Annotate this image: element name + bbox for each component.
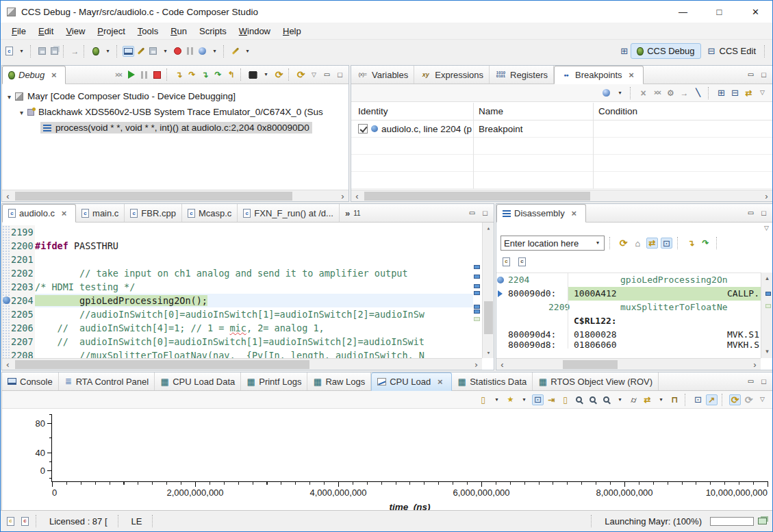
tab-audiolo-c[interactable]: audiolo.c xyxy=(2,204,76,223)
remove-all-breakpoints-icon[interactable] xyxy=(651,88,663,99)
tree-node-launch[interactable]: Mayr [Code Composer Studio - Device Debu… xyxy=(2,88,349,104)
tree-node-frame[interactable]: process(void * *, void * *, int)() at au… xyxy=(2,120,349,136)
scroll-right-icon[interactable] xyxy=(337,190,349,201)
minimize-button[interactable]: — xyxy=(668,1,698,22)
breakpoint-checkbox[interactable] xyxy=(358,124,368,134)
skip-all-icon[interactable] xyxy=(692,88,704,99)
annotation-marker[interactable] xyxy=(474,275,480,279)
run-sphere-icon[interactable] xyxy=(197,46,208,57)
disasm-row-source[interactable]: 2209 muxSplitterToFloatNe xyxy=(496,301,761,314)
load-program-icon[interactable] xyxy=(147,46,159,57)
background-jobs-icon[interactable] xyxy=(757,516,768,527)
disasm-row[interactable]: 800090d8: 01806060MVKH.S xyxy=(496,342,761,349)
step-into-icon[interactable] xyxy=(685,238,697,249)
horizontal-axis-icon[interactable] xyxy=(559,394,571,405)
zoom-in-icon[interactable] xyxy=(573,394,585,405)
find-icon[interactable] xyxy=(628,394,639,405)
expand-all-icon[interactable] xyxy=(715,88,727,99)
core-select-dropdown-icon[interactable] xyxy=(260,69,272,80)
disassembly-vscrollbar[interactable] xyxy=(761,273,772,358)
wand-icon[interactable] xyxy=(135,46,147,57)
tab-raw-logs[interactable]: Raw Logs xyxy=(307,372,371,390)
refresh-disabled-icon[interactable] xyxy=(743,394,755,405)
menu-file[interactable]: File xyxy=(6,25,31,38)
collapse-all-icon[interactable] xyxy=(729,88,741,99)
auto-refresh-icon[interactable] xyxy=(729,394,741,405)
resume-icon[interactable] xyxy=(125,69,137,80)
load-program-dropdown-icon[interactable] xyxy=(160,46,171,57)
tab-rtos-object-view[interactable]: RTOS Object View (ROV) xyxy=(533,372,659,390)
close-icon[interactable] xyxy=(48,70,60,81)
sync-icon[interactable] xyxy=(642,394,653,405)
tab-mcasp-c[interactable]: Mcasp.c xyxy=(182,204,238,222)
new-analysis-dropdown-icon[interactable] xyxy=(518,394,530,405)
menu-tools[interactable]: Tools xyxy=(132,25,164,38)
col-name[interactable]: Name xyxy=(473,106,593,116)
scroll-left-icon[interactable] xyxy=(2,190,14,201)
menu-project[interactable]: Project xyxy=(92,25,130,38)
goto-file-icon[interactable] xyxy=(679,88,690,99)
fast-view-icon[interactable] xyxy=(5,516,16,527)
col-condition[interactable]: Condition xyxy=(593,106,772,116)
tab-registers[interactable]: Registers xyxy=(490,66,554,84)
refresh-view-icon[interactable] xyxy=(618,238,629,249)
disasm-row-pc[interactable]: 800090d0: 1000A412CALLP. xyxy=(496,287,761,301)
link-with-source-icon[interactable] xyxy=(646,238,658,249)
minimize-view-icon[interactable] xyxy=(466,207,478,218)
menu-run[interactable]: Run xyxy=(165,25,192,38)
tab-expressions[interactable]: Expressions xyxy=(414,66,490,84)
tab-cpu-load[interactable]: CPU Load xyxy=(371,372,452,391)
debug-launch-icon[interactable] xyxy=(90,46,101,57)
minimize-view-icon[interactable] xyxy=(321,69,333,80)
tree-node-core[interactable]: Blackhawk XDS560v2-USB System Trace Emul… xyxy=(2,104,349,120)
highlight-tool-icon[interactable] xyxy=(229,46,241,57)
perspective-ccs-debug[interactable]: CCS Debug xyxy=(631,43,700,59)
col-identity[interactable]: Identity xyxy=(351,106,473,116)
tab-cpu-load-data[interactable]: CPU Load Data xyxy=(155,372,241,390)
view-menu-icon[interactable] xyxy=(761,223,772,233)
disasm-row-source[interactable]: 2204 gpioLedProcessing2On xyxy=(496,273,761,287)
restart-icon[interactable] xyxy=(273,69,285,80)
breakpoints-hscrollbar[interactable] xyxy=(351,190,772,201)
show-source-icon[interactable] xyxy=(661,238,672,249)
menu-edit[interactable]: Edit xyxy=(33,25,59,38)
open-new-view-icon[interactable] xyxy=(500,256,512,267)
tab-overflow[interactable]: »11 xyxy=(340,204,366,222)
new-analysis-icon[interactable] xyxy=(505,394,516,405)
disasm-row-label[interactable]: C$RL122: xyxy=(496,314,761,328)
annotation-marker[interactable] xyxy=(474,291,480,295)
location-input[interactable] xyxy=(504,238,586,249)
disassembly-list[interactable]: 2204 gpioLedProcessing2On 800090d0: 1000… xyxy=(496,273,761,358)
core-select-icon[interactable] xyxy=(247,69,259,80)
maximize-button[interactable]: □ xyxy=(704,1,735,22)
profile-clock-icon[interactable] xyxy=(184,46,196,57)
lock-icon[interactable] xyxy=(669,394,681,405)
breakpoint-properties-icon[interactable] xyxy=(665,88,676,99)
twistie-icon[interactable] xyxy=(8,91,11,101)
maximize-view-icon[interactable] xyxy=(758,207,770,218)
close-icon[interactable] xyxy=(568,208,580,219)
view-menu-icon[interactable] xyxy=(757,394,768,405)
save-all-icon[interactable] xyxy=(49,46,60,57)
step-into-icon[interactable] xyxy=(173,69,185,80)
close-icon[interactable] xyxy=(434,377,446,388)
menu-view[interactable]: View xyxy=(60,25,90,38)
menu-window[interactable]: Window xyxy=(233,25,276,38)
close-button[interactable]: ✕ xyxy=(740,1,771,22)
close-icon[interactable] xyxy=(626,70,637,81)
maximize-view-icon[interactable] xyxy=(334,69,346,80)
minimize-view-icon[interactable] xyxy=(745,69,757,80)
breakpoint-marker-icon[interactable] xyxy=(3,296,10,304)
tab-console[interactable]: Console xyxy=(2,372,59,390)
run-sphere-dropdown-icon[interactable] xyxy=(209,46,220,57)
tab-breakpoints[interactable]: Breakpoints xyxy=(554,66,644,84)
save-icon[interactable] xyxy=(36,46,48,57)
tab-debug[interactable]: Debug xyxy=(2,66,66,84)
home-icon[interactable] xyxy=(632,238,644,249)
tab-rta-control-panel[interactable]: RTA Control Panel xyxy=(59,372,155,390)
editor-hscrollbar[interactable] xyxy=(2,358,482,370)
open-perspective-icon[interactable] xyxy=(618,46,630,57)
tab-disassembly[interactable]: Disassembly xyxy=(496,204,586,223)
view-menu-icon[interactable] xyxy=(308,69,320,80)
step-over-icon[interactable] xyxy=(700,238,711,249)
